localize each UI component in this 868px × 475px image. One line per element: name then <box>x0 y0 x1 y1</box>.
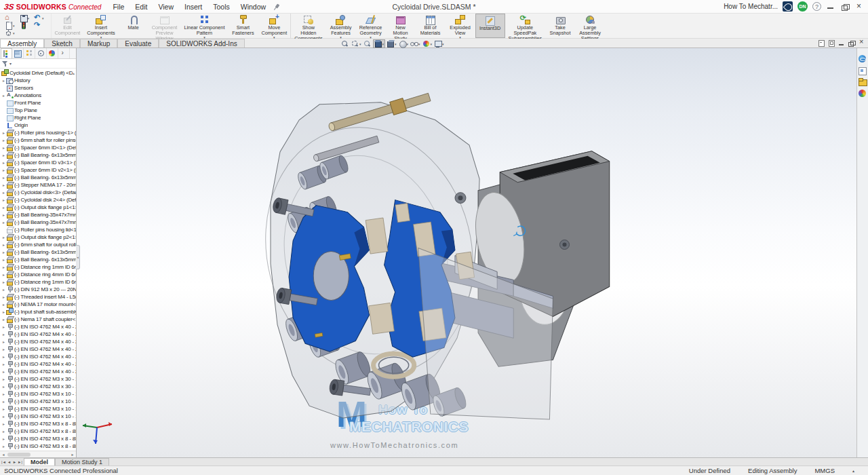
tree-horizontal-scrollbar[interactable]: ◄ ► <box>0 451 76 457</box>
speedpak-button[interactable]: Update SpeedPak Subassemblies <box>505 14 545 38</box>
tab-Assembly[interactable]: Assembly <box>0 39 44 48</box>
expand-arrow-icon[interactable]: ▸ <box>1 168 6 172</box>
expand-arrow-icon[interactable]: ▸ <box>1 332 6 337</box>
tree-item[interactable]: ▸(-) EN ISO 4762 M4 x 40 - 20N <box>0 323 76 330</box>
file-explorer-icon[interactable] <box>859 78 867 87</box>
tree-item[interactable]: ▸(-) EN ISO 4762 M4 x 40 - 20N <box>0 368 76 375</box>
tree-item[interactable]: ▸(-) NEMA 17 motor mount<1> <box>0 301 76 308</box>
expand-arrow-icon[interactable]: ▸ <box>1 257 6 262</box>
expand-arrow-icon[interactable]: ▸ <box>1 377 6 381</box>
motion-study-button[interactable]: New Motion Study <box>386 14 416 38</box>
tree-item[interactable]: Right Plane <box>0 114 76 121</box>
tab-Markup[interactable]: Markup <box>80 39 117 48</box>
tree-item[interactable]: ▸(-) Distance ring 4mm ID 6mm <box>0 271 76 278</box>
avatar[interactable]: DN <box>797 1 808 12</box>
pin-menu-icon[interactable] <box>273 3 280 10</box>
doc-close-button[interactable] <box>858 39 865 47</box>
expand-arrow-icon[interactable]: ▸ <box>1 183 6 187</box>
menu-item[interactable]: File <box>108 1 129 12</box>
reference-geometry-button[interactable]: Reference Geometry▾ <box>356 14 386 38</box>
expand-arrow-icon[interactable]: ▸ <box>1 272 6 277</box>
expand-arrow-icon[interactable]: ▸ <box>1 444 6 449</box>
tree-item[interactable]: ▸(-) Roller pins housing<1> (De <box>0 129 76 136</box>
edit-appearance-icon[interactable]: ▾ <box>422 39 433 48</box>
tree-item[interactable]: ▸(-) EN ISO 4762 M3 x 10 - 10N <box>0 413 76 420</box>
tab-Model[interactable]: Model <box>24 458 55 466</box>
tree-item[interactable]: ▸Annotations <box>0 92 76 99</box>
expand-arrow-icon[interactable]: ▸ <box>1 406 6 411</box>
tree-root-item[interactable]: Cycloidal Drive (Default) <Display S ▴ <box>0 69 76 77</box>
expand-arrow-icon[interactable]: ▸ <box>1 354 6 359</box>
tree-item[interactable]: Top Plane <box>0 107 76 114</box>
doc-minimize-button[interactable] <box>837 39 845 47</box>
expand-arrow-icon[interactable]: ▸ <box>1 205 6 210</box>
tab-SOLIDWORKS Add-Ins[interactable]: SOLIDWORKS Add-Ins <box>159 39 244 48</box>
tree-item[interactable]: ▸(-) Ball Bearing-35x47x7mm<1 <box>0 211 76 218</box>
next-tab-button[interactable]: ► <box>12 460 17 464</box>
tab-Sketch[interactable]: Sketch <box>44 39 80 48</box>
expand-arrow-icon[interactable]: ▸ <box>1 384 6 389</box>
expand-arrow-icon[interactable]: ▸ <box>1 324 6 329</box>
view-settings-icon[interactable]: ▾ <box>433 39 445 48</box>
tree-item[interactable]: ▸(-) EN ISO 4762 M3 x 8 - 8N<16 <box>0 428 76 435</box>
tree-item[interactable]: ▸(-) Spacer 6mm ID v2<1> (Def <box>0 166 76 174</box>
menu-item[interactable]: Tools <box>208 1 235 12</box>
panel-splitter-handle[interactable]: ◂ <box>76 245 80 269</box>
edit-component-button[interactable]: Edit Component <box>51 14 84 38</box>
expand-arrow-icon[interactable]: ▸ <box>1 347 6 352</box>
expand-arrow-icon[interactable]: ▸ <box>1 280 6 284</box>
tree-item[interactable]: ▸(-) DIN 912 M3 x 20 --- 20N<1 <box>0 286 76 293</box>
expand-arrow-icon[interactable]: ▸ <box>1 414 6 419</box>
linear-pattern-button[interactable]: Linear Component Pattern▾ <box>180 14 228 38</box>
tree-item[interactable]: ▸(-) Ball Bearing- 6x13x5mm<1 <box>0 151 76 159</box>
displaymanager-tab[interactable] <box>47 48 58 58</box>
minimize-button[interactable] <box>826 3 835 11</box>
expand-arrow-icon[interactable]: ▸ <box>1 220 6 225</box>
show-hidden-button[interactable]: Show Hidden Components <box>290 14 326 38</box>
tree-item[interactable]: ▸(-) EN ISO 4762 M4 x 40 - 20N <box>0 353 76 360</box>
scroll-left-icon[interactable]: ◄ <box>0 453 7 457</box>
zoom-area-icon[interactable]: ▾ <box>351 39 362 48</box>
tree-item[interactable]: ▸(-) Spacer 6mm ID<1> (Default <box>0 144 76 151</box>
tree-item[interactable]: ▸(-) Threaded insert M4 - L5mm <box>0 293 76 301</box>
tree-item[interactable]: ▸(-) EN ISO 4762 M3 x 10 - 10N <box>0 398 76 405</box>
tree-item[interactable]: ▸(-) Distance ring 1mm ID 6mm <box>0 263 76 271</box>
propertymanager-tab[interactable] <box>12 48 24 58</box>
tree-item[interactable]: ▸(-) EN ISO 4762 M3 x 8 - 8N<15 <box>0 420 76 428</box>
expand-arrow-icon[interactable]: ▸ <box>1 212 6 217</box>
expand-arrow-icon[interactable]: ▸ <box>1 160 6 165</box>
menu-item[interactable]: Insert <box>180 1 207 12</box>
menu-item[interactable]: View <box>153 1 178 12</box>
expand-arrow-icon[interactable]: ▸ <box>1 175 6 180</box>
expand-arrow-icon[interactable]: ▸ <box>1 399 6 404</box>
tree-item[interactable]: ▸(-) Ball Bearing-35x47x7mm<2 <box>0 218 76 226</box>
view-orientation-icon[interactable]: ▾ <box>386 39 397 48</box>
expand-arrow-icon[interactable]: ▸ <box>1 294 6 299</box>
tree-item[interactable]: Front Plane <box>0 99 76 107</box>
tree-item[interactable]: ▸(-) EN ISO 4762 M3 x 10 - 10N <box>0 405 76 413</box>
tab-Motion Study 1[interactable]: Motion Study 1 <box>55 458 109 466</box>
lifecycle-icon[interactable] <box>20 22 30 29</box>
tree-item[interactable]: ▸(-) EN ISO 4762 M3 x 30 - 18N <box>0 375 76 383</box>
new-document-icon[interactable]: ▾ <box>5 22 15 29</box>
account-name[interactable]: How To Mechatr... <box>724 3 778 10</box>
tree-item[interactable]: ▸(-) EN ISO 4762 M4 x 40 - 20N <box>0 330 76 338</box>
expand-arrow-icon[interactable]: ▸ <box>1 138 6 142</box>
tree-item[interactable]: ▸(-) Output disk flange p2<1> (I <box>0 233 76 241</box>
scroll-right-icon[interactable]: ► <box>69 453 76 457</box>
design-library-icon[interactable] <box>859 66 867 75</box>
zoom-fit-icon[interactable] <box>340 39 350 48</box>
expand-arrow-icon[interactable]: ▸ <box>1 242 6 247</box>
instant3d-button[interactable]: Instant3D <box>475 14 505 38</box>
close-button[interactable] <box>854 3 864 11</box>
expand-arrow-icon[interactable]: ▸ <box>1 130 6 135</box>
expand-arrow-icon[interactable]: ▸ <box>1 436 6 441</box>
tree-item[interactable]: ▸(-) EN ISO 4762 M4 x 40 - 20N <box>0 360 76 368</box>
scrollbar-thumb[interactable] <box>7 453 31 457</box>
configurationmanager-tab[interactable] <box>24 48 35 58</box>
restore-button[interactable] <box>840 3 850 11</box>
expand-arrow-icon[interactable]: ▸ <box>1 421 6 426</box>
tree-item[interactable]: ▸(-) Ball Bearing- 6x13x5mm<2 <box>0 174 76 181</box>
dimxpertmanager-tab[interactable] <box>35 48 47 58</box>
model-canvas[interactable] <box>77 48 856 457</box>
